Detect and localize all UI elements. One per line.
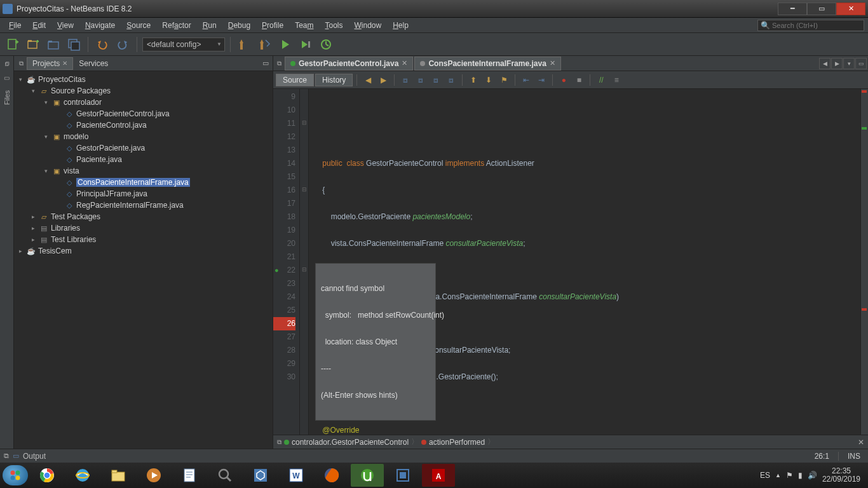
project-tree[interactable]: ▾☕ProyectoCitas ▾▱Source Packages ▾▣cont… bbox=[14, 71, 273, 449]
undo-button[interactable] bbox=[93, 36, 111, 53]
tray-lang[interactable]: ES bbox=[760, 471, 770, 480]
redo-button[interactable] bbox=[114, 36, 132, 53]
menu-navigate[interactable]: Navigate bbox=[80, 20, 120, 31]
save-all-button[interactable] bbox=[65, 36, 83, 53]
crumb-method[interactable]: actionPerformed bbox=[421, 438, 485, 447]
code-text[interactable]: public class GestorPacienteControl imple… bbox=[309, 89, 868, 435]
find-prev-icon[interactable]: ⧈ bbox=[414, 73, 428, 87]
build-button[interactable] bbox=[236, 36, 254, 53]
taskbar-utorrent[interactable] bbox=[351, 464, 384, 487]
output-restore-icon[interactable]: ⧉ bbox=[4, 452, 9, 460]
uncomment-icon[interactable]: ≡ bbox=[609, 73, 623, 87]
tray-volume-icon[interactable]: 🔊 bbox=[808, 471, 817, 480]
menu-help[interactable]: Help bbox=[388, 20, 414, 31]
tree-libraries[interactable]: ▸▤Libraries bbox=[14, 222, 273, 234]
taskbar-magnifier[interactable] bbox=[208, 464, 241, 487]
taskbar-chrome[interactable] bbox=[31, 464, 64, 487]
editor-tab-restore-icon[interactable]: ⧉ bbox=[273, 60, 285, 67]
tree-file-principaljframe[interactable]: ◇PrincipalJFrame.java bbox=[14, 188, 273, 200]
tree-project-root[interactable]: ▾☕ProyectoCitas bbox=[14, 74, 273, 85]
tree-pkg-controlador[interactable]: ▾▣controlador bbox=[14, 97, 273, 108]
taskbar-mediaplayer[interactable] bbox=[137, 464, 170, 487]
toggle-highlight-icon[interactable]: ⧈ bbox=[444, 73, 458, 87]
tray-clock[interactable]: 22:35 22/09/2019 bbox=[822, 467, 860, 484]
quick-search[interactable]: 🔍 bbox=[757, 20, 864, 31]
profile-button[interactable] bbox=[317, 36, 335, 53]
system-tray[interactable]: ES ▲ ⚑ ▮ 🔊 22:35 22/09/2019 bbox=[760, 467, 865, 484]
tray-up-icon[interactable]: ▲ bbox=[775, 472, 781, 478]
tree-file-conspacienteinternalframe[interactable]: ◇ConsPacienteInternalFrame.java bbox=[14, 177, 273, 188]
taskbar-firefox[interactable] bbox=[315, 464, 348, 487]
macro-rec-icon[interactable]: ● bbox=[557, 73, 571, 87]
toggle-bookmark-icon[interactable]: ⚑ bbox=[497, 73, 511, 87]
menu-source[interactable]: Source bbox=[121, 20, 156, 31]
tray-flag-icon[interactable]: ⚑ bbox=[786, 471, 793, 480]
new-file-button[interactable] bbox=[4, 36, 22, 53]
start-button[interactable] bbox=[3, 465, 28, 485]
nav-fwd-icon[interactable]: ▶ bbox=[376, 73, 390, 87]
tab-nav-right[interactable]: ▶ bbox=[831, 58, 843, 69]
output-label[interactable]: Output bbox=[23, 452, 46, 461]
taskbar-ie[interactable] bbox=[66, 464, 99, 487]
next-bookmark-icon[interactable]: ⬇ bbox=[482, 73, 496, 87]
close-button[interactable]: ✕ bbox=[836, 3, 865, 15]
files-tab-label[interactable]: Files bbox=[3, 90, 11, 105]
taskbar-adobe[interactable]: A bbox=[422, 464, 455, 487]
menu-file[interactable]: File bbox=[4, 20, 26, 31]
tray-network-icon[interactable]: ▮ bbox=[798, 471, 803, 480]
clean-build-button[interactable] bbox=[256, 36, 274, 53]
comment-icon[interactable]: // bbox=[594, 73, 608, 87]
source-button[interactable]: Source bbox=[276, 74, 314, 86]
tree-file-regpacienteinternalframe[interactable]: ◇RegPacienteInternalFrame.java bbox=[14, 200, 273, 211]
files-tab-icon[interactable]: ▭ bbox=[2, 72, 12, 83]
history-button[interactable]: History bbox=[315, 74, 353, 86]
tab-list-button[interactable]: ▾ bbox=[843, 58, 855, 69]
shift-right-icon[interactable]: ⇥ bbox=[534, 73, 548, 87]
tab-nav-left[interactable]: ◀ bbox=[819, 58, 831, 69]
tab-services[interactable]: Services bbox=[73, 57, 114, 70]
editor-tab-2[interactable]: ConsPacienteInternalFrame.java✕ bbox=[414, 57, 560, 71]
code-area[interactable]: 9101112 13141516 17181920 21222324 25262… bbox=[273, 89, 868, 435]
taskbar-notepad[interactable] bbox=[173, 464, 206, 487]
prev-bookmark-icon[interactable]: ⬆ bbox=[466, 73, 480, 87]
close-icon[interactable]: ✕ bbox=[402, 59, 407, 67]
taskbar-netbeans[interactable] bbox=[244, 464, 277, 487]
tree-file-gestorpacientecontrol[interactable]: ◇GestorPacienteControl.java bbox=[14, 108, 273, 119]
find-next-icon[interactable]: ⧈ bbox=[429, 73, 443, 87]
tab-max-button[interactable]: ▭ bbox=[855, 58, 867, 69]
editor-tab-1[interactable]: GestorPacienteControl.java✕ bbox=[285, 57, 413, 71]
menu-team[interactable]: Team bbox=[290, 20, 318, 31]
minimize-button[interactable]: ━ bbox=[778, 3, 807, 15]
output-icon[interactable]: ▭ bbox=[13, 452, 19, 460]
menu-run[interactable]: Run bbox=[198, 20, 222, 31]
panel-restore-icon[interactable]: ⧉ bbox=[17, 60, 27, 67]
tree-pkg-vista[interactable]: ▾▣vista bbox=[14, 165, 273, 177]
menu-debug[interactable]: Debug bbox=[223, 20, 255, 31]
menu-tools[interactable]: Tools bbox=[320, 20, 348, 31]
tree-source-packages[interactable]: ▾▱Source Packages bbox=[14, 85, 273, 97]
run-button[interactable] bbox=[276, 36, 294, 53]
taskbar-explorer[interactable] bbox=[102, 464, 135, 487]
macro-stop-icon[interactable]: ■ bbox=[572, 73, 586, 87]
taskbar-word[interactable]: W bbox=[280, 464, 313, 487]
menu-refactor[interactable]: Refactor bbox=[157, 20, 196, 31]
menu-profile[interactable]: Profile bbox=[257, 20, 288, 31]
overview-ruler[interactable] bbox=[860, 89, 868, 435]
menu-window[interactable]: Window bbox=[349, 20, 387, 31]
menu-edit[interactable]: Edit bbox=[27, 20, 51, 31]
panel-menu-icon[interactable]: ▭ bbox=[261, 59, 270, 67]
open-project-button[interactable] bbox=[44, 36, 62, 53]
find-selection-icon[interactable]: ⧈ bbox=[398, 73, 412, 87]
search-input[interactable] bbox=[772, 22, 861, 29]
tree-file-paciente[interactable]: ◇Paciente.java bbox=[14, 154, 273, 165]
menu-view[interactable]: View bbox=[52, 20, 79, 31]
tree-test-libraries[interactable]: ▸▤Test Libraries bbox=[14, 234, 273, 245]
nav-back-icon[interactable]: ◀ bbox=[361, 73, 375, 87]
new-project-button[interactable] bbox=[24, 36, 42, 53]
tree-file-pacientecontrol[interactable]: ◇PacienteControl.java bbox=[14, 119, 273, 131]
config-combo[interactable]: <default config> bbox=[142, 37, 225, 51]
tree-pkg-modelo[interactable]: ▾▣modelo bbox=[14, 131, 273, 142]
crumb-class[interactable]: controlador.GestorPacienteControl bbox=[284, 438, 409, 447]
taskbar-virtualbox[interactable] bbox=[386, 464, 419, 487]
tree-test-packages[interactable]: ▸▱Test Packages bbox=[14, 211, 273, 222]
